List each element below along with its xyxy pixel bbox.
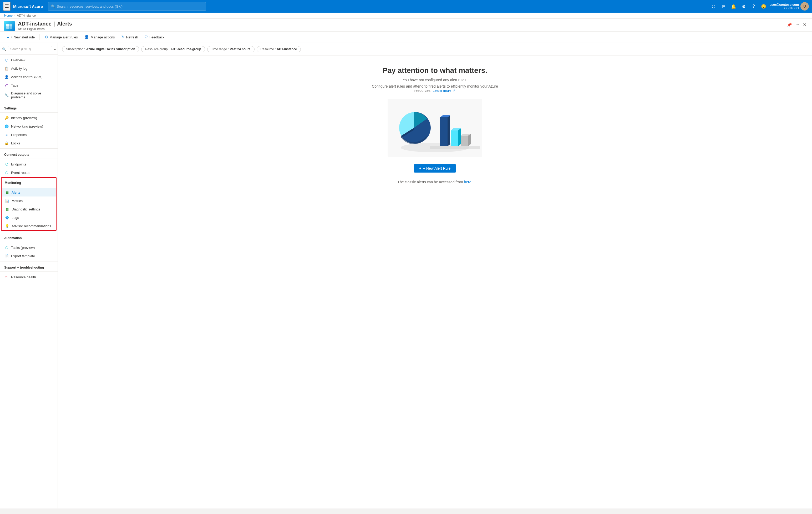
pin-button[interactable]: 📌 <box>786 21 793 29</box>
sidebar-item-identity[interactable]: 🔑 Identity (preview) <box>0 114 58 122</box>
support-divider2 <box>0 272 58 272</box>
page-header-actions: 📌 ··· ✕ <box>786 21 808 29</box>
sidebar-item-advisor[interactable]: 💡 Advisor recommendations <box>2 222 56 230</box>
sidebar-item-metrics[interactable]: 📊 Metrics <box>2 197 56 205</box>
time-range-filter[interactable]: Time range : Past 24 hours <box>207 46 255 52</box>
user-name: user@contoso.com <box>770 3 799 6</box>
svg-marker-14 <box>430 146 480 149</box>
svg-marker-12 <box>468 134 471 146</box>
more-options-button[interactable]: ··· <box>795 21 800 29</box>
sidebar-item-tags[interactable]: 🏷 Tags <box>0 81 58 89</box>
resource-group-filter[interactable]: Resource group : ADT-resource-group <box>141 46 205 52</box>
hamburger-menu[interactable]: ☰ <box>3 2 10 11</box>
manage-alert-rules-button[interactable]: ⚙ Manage alert rules <box>42 33 81 41</box>
sidebar: 🔍 « ⬡ Overview 📋 Activity log 👤 Access c… <box>0 43 58 509</box>
notifications-icon[interactable]: 🔔 <box>729 2 738 10</box>
classic-alerts-text: The classic alerts can be accessed from … <box>398 180 472 184</box>
refresh-button[interactable]: ↻ Refresh <box>119 33 141 41</box>
metrics-icon: 📊 <box>5 198 9 203</box>
directory-icon[interactable]: ⊞ <box>720 2 728 10</box>
global-search-bar[interactable]: 🔍 <box>48 2 206 10</box>
monitoring-section: Monitoring ▦ Alerts 📊 Metrics ▦ Diagnost… <box>1 177 57 231</box>
sidebar-item-properties[interactable]: ≡ Properties <box>0 131 58 139</box>
sidebar-item-alerts[interactable]: ▦ Alerts <box>2 188 56 197</box>
new-alert-rule-button[interactable]: + + New alert rule <box>4 33 37 41</box>
svg-rect-2 <box>6 27 9 29</box>
tags-icon: 🏷 <box>4 83 9 88</box>
alerts-icon: ▦ <box>5 190 9 195</box>
sidebar-search-icon: 🔍 <box>2 47 6 51</box>
filter-bar: Subscription : Azure Digital Twins Subsc… <box>58 43 812 56</box>
person-icon: 👤 <box>84 35 89 39</box>
sidebar-item-activity-log[interactable]: 📋 Activity log <box>0 64 58 73</box>
alerts-heading: Pay attention to what matters. <box>383 66 487 75</box>
breadcrumb-home[interactable]: Home <box>4 14 12 17</box>
sidebar-item-logs[interactable]: 💠 Logs <box>2 213 56 222</box>
breadcrumb: Home › ADT-instance <box>0 12 812 19</box>
connect-section-label: Connect outputs <box>0 150 58 158</box>
user-section[interactable]: user@contoso.com CONTOSO U <box>770 2 809 10</box>
user-avatar[interactable]: U <box>801 2 809 10</box>
svg-rect-0 <box>6 24 9 27</box>
connect-divider2 <box>0 159 58 159</box>
heart-icon: ♡ <box>144 35 148 39</box>
resource-icon <box>4 21 15 31</box>
sidebar-item-tasks[interactable]: ⬡ Tasks (preview) <box>0 243 58 252</box>
new-alert-rule-button-main[interactable]: + + New Alert Rule <box>414 164 456 173</box>
sidebar-item-overview[interactable]: ⬡ Overview <box>0 56 58 64</box>
sidebar-item-access-control[interactable]: 👤 Access control (IAM) <box>0 73 58 81</box>
svg-rect-3 <box>9 27 12 29</box>
overview-icon: ⬡ <box>4 58 9 62</box>
help-icon[interactable]: ? <box>749 2 758 10</box>
page-subtitle: Azure Digital Twins <box>18 27 808 31</box>
nav-icons: ⬡ ⊞ 🔔 ⚙ ? 😊 user@contoso.com CONTOSO U <box>709 2 809 10</box>
sidebar-item-networking[interactable]: 🌐 Networking (preview) <box>0 122 58 131</box>
sidebar-item-diagnose[interactable]: 🔧 Diagnose and solve problems <box>0 89 58 101</box>
sidebar-search-input[interactable] <box>8 46 52 52</box>
svg-rect-11 <box>461 136 468 146</box>
classic-alerts-link[interactable]: here. <box>464 180 472 184</box>
breadcrumb-current: ADT-instance <box>17 14 36 17</box>
main-layout: 🔍 « ⬡ Overview 📋 Activity log 👤 Access c… <box>0 43 812 509</box>
subscription-filter[interactable]: Subscription : Azure Digital Twins Subsc… <box>62 46 139 52</box>
connect-divider <box>0 148 58 149</box>
feedback-top-icon[interactable]: 😊 <box>759 2 768 10</box>
toolbar-separator <box>39 34 40 40</box>
sidebar-item-export-template[interactable]: 📄 Export template <box>0 252 58 260</box>
feedback-button[interactable]: ♡ Feedback <box>142 33 167 41</box>
sidebar-collapse-button[interactable]: « <box>54 47 57 52</box>
alerts-empty-state: Pay attention to what matters. You have … <box>58 56 812 509</box>
svg-rect-8 <box>451 131 458 146</box>
logs-icon: 💠 <box>5 215 9 220</box>
resource-health-icon: ♡ <box>4 275 9 279</box>
page-header-text: ADT-instance | Alerts Azure Digital Twin… <box>18 21 808 31</box>
locks-icon: 🔒 <box>4 141 9 145</box>
search-input[interactable] <box>57 4 203 8</box>
sidebar-item-event-routes[interactable]: ⬡ Event routes <box>0 168 58 177</box>
top-navigation: ☰ Microsoft Azure 🔍 ⬡ ⊞ 🔔 ⚙ ? 😊 user@con… <box>0 0 812 12</box>
svg-marker-6 <box>447 115 450 146</box>
learn-more-link[interactable]: Learn more ↗ <box>433 88 456 93</box>
chart-illustration <box>387 99 482 157</box>
networking-icon: 🌐 <box>4 124 9 128</box>
endpoints-icon: ⬡ <box>4 162 9 167</box>
alerts-sub-text: You have not configured any alert rules. <box>403 78 467 82</box>
sidebar-item-resource-health[interactable]: ♡ Resource health <box>0 273 58 281</box>
manage-actions-button[interactable]: 👤 Manage actions <box>82 33 118 41</box>
support-divider <box>0 261 58 261</box>
settings-icon[interactable]: ⚙ <box>740 2 748 10</box>
sidebar-item-locks[interactable]: 🔒 Locks <box>0 139 58 147</box>
sidebar-item-diagnostic-settings[interactable]: ▦ Diagnostic settings <box>2 205 56 213</box>
event-routes-icon: ⬡ <box>4 170 9 175</box>
breadcrumb-separator: › <box>14 14 15 17</box>
automation-section-label: Automation <box>0 233 58 241</box>
svg-marker-9 <box>458 128 461 146</box>
activity-log-icon: 📋 <box>4 66 9 71</box>
settings-divider2 <box>0 112 58 113</box>
identity-icon: 🔑 <box>4 115 9 120</box>
sidebar-item-endpoints[interactable]: ⬡ Endpoints <box>0 160 58 168</box>
resource-filter[interactable]: Resource : ADT-instance <box>257 46 301 52</box>
close-button[interactable]: ✕ <box>802 21 808 29</box>
cloud-shell-icon[interactable]: ⬡ <box>709 2 718 10</box>
properties-icon: ≡ <box>4 132 9 137</box>
